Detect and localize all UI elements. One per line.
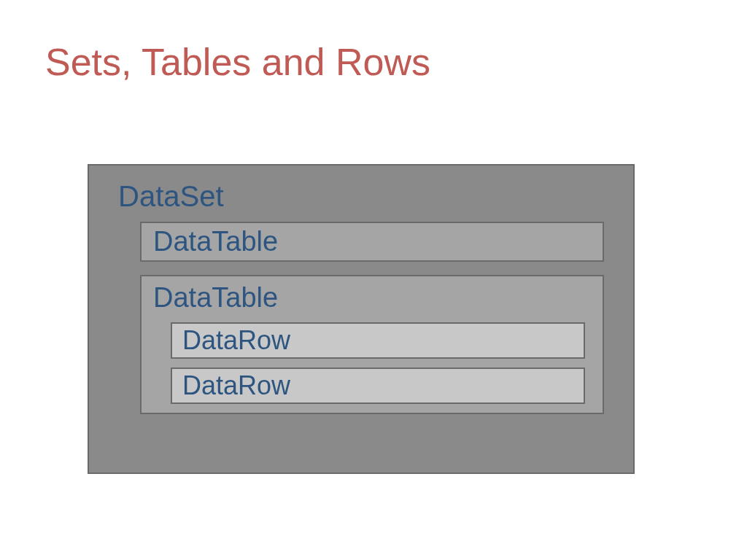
datarow-label: DataRow bbox=[182, 370, 573, 401]
slide-title: Sets, Tables and Rows bbox=[45, 40, 430, 84]
datatable-label: DataTable bbox=[153, 282, 591, 314]
datatable-container: DataTable bbox=[140, 222, 604, 262]
datarow-container: DataRow bbox=[171, 368, 585, 404]
datarow-container: DataRow bbox=[171, 322, 585, 359]
datarow-label: DataRow bbox=[182, 325, 573, 356]
datatable-container: DataTable DataRow DataRow bbox=[140, 275, 604, 414]
dataset-container: DataSet DataTable DataTable DataRow Data… bbox=[88, 164, 635, 474]
datatable-label: DataTable bbox=[153, 226, 591, 257]
dataset-label: DataSet bbox=[118, 180, 611, 213]
